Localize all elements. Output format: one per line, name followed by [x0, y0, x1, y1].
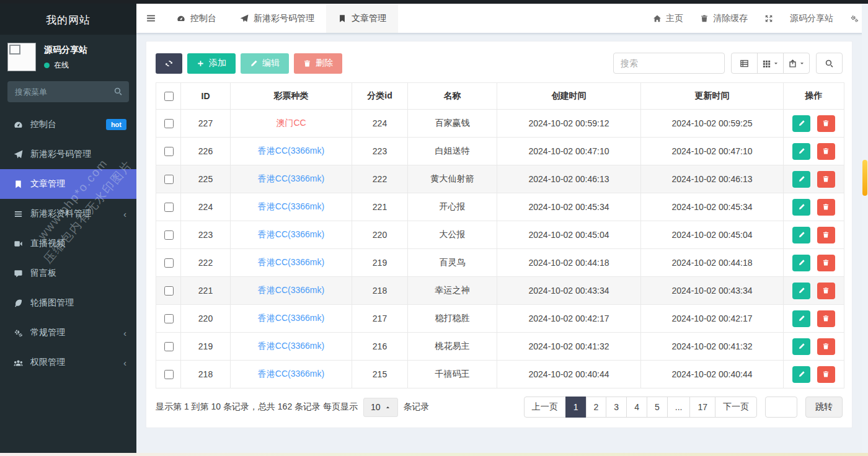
row-checkbox[interactable]: [164, 175, 174, 184]
row-edit-button[interactable]: [792, 115, 810, 132]
site-account-link[interactable]: 源码分享站: [790, 13, 833, 24]
row-edit-button[interactable]: [792, 255, 810, 271]
row-edit-button[interactable]: [792, 283, 810, 299]
row-delete-button[interactable]: [817, 115, 835, 132]
row-delete-button[interactable]: [817, 366, 835, 383]
clear-cache-link[interactable]: 清除缓存: [700, 13, 748, 24]
scrollbar-thumb[interactable]: [862, 160, 867, 196]
sidebar-search: [7, 81, 129, 102]
lottery-type-link[interactable]: 香港CC(3366mk): [258, 341, 324, 351]
columns-button[interactable]: [757, 53, 784, 74]
sidebar-item-live-video[interactable]: 直播视频: [0, 229, 136, 258]
jump-button[interactable]: 跳转: [805, 397, 843, 418]
tab-lottery-number-mgmt[interactable]: 新港彩号码管理: [228, 4, 326, 33]
row-edit-button[interactable]: [792, 227, 810, 243]
menu-search-input[interactable]: [7, 81, 129, 102]
row-checkbox[interactable]: [164, 342, 174, 351]
sidebar-item-permission-mgmt[interactable]: 权限管理 ‹: [0, 348, 136, 377]
row-delete-button[interactable]: [817, 227, 835, 243]
row-delete-button[interactable]: [817, 143, 835, 160]
edit-button[interactable]: 编辑: [241, 53, 289, 74]
page-button-2[interactable]: 2: [586, 397, 607, 418]
page-ellipsis: ...: [667, 397, 691, 418]
col-lottery-type[interactable]: 彩票种类: [231, 83, 352, 110]
delete-button[interactable]: 删除: [294, 53, 342, 74]
sidebar-item-general-mgmt[interactable]: 常规管理 ‹: [0, 318, 136, 348]
cell-name: 千禧码王: [408, 361, 497, 388]
cell-category-id: 215: [352, 361, 408, 388]
home-link[interactable]: 主页: [653, 13, 683, 24]
avatar: [7, 43, 36, 71]
col-name[interactable]: 名称: [408, 83, 497, 110]
lottery-type-link[interactable]: 香港CC(3366mk): [258, 146, 324, 156]
row-delete-button[interactable]: [817, 255, 835, 271]
row-checkbox[interactable]: [164, 147, 174, 156]
sidebar-item-label: 常规管理: [30, 327, 65, 338]
lottery-type-link[interactable]: 香港CC(3366mk): [258, 369, 324, 379]
table-search-input[interactable]: [613, 53, 725, 74]
sidebar-item-dashboard[interactable]: 控制台 hot: [0, 110, 136, 139]
refresh-button[interactable]: [156, 53, 182, 74]
page-button-17[interactable]: 17: [689, 397, 715, 418]
jump-page-input[interactable]: [765, 397, 797, 418]
row-checkbox[interactable]: [164, 119, 174, 128]
col-updated-time[interactable]: 更新时间: [641, 83, 784, 110]
settings-button[interactable]: [850, 14, 859, 23]
page-button-4[interactable]: 4: [626, 397, 647, 418]
row-checkbox[interactable]: [164, 258, 174, 268]
sidebar-item-article-mgmt[interactable]: 文章管理: [0, 169, 136, 199]
row-checkbox[interactable]: [164, 230, 174, 240]
lottery-type-link[interactable]: 香港CC(3366mk): [258, 285, 324, 295]
add-button-label: 添加: [209, 58, 226, 69]
toggle-view-button[interactable]: [731, 53, 758, 74]
row-edit-button[interactable]: [792, 171, 810, 188]
col-category-id[interactable]: 分类id: [352, 83, 408, 110]
row-delete-button[interactable]: [817, 310, 835, 327]
row-checkbox[interactable]: [164, 286, 174, 296]
row-checkbox[interactable]: [164, 370, 174, 379]
page-button-1[interactable]: 1: [565, 397, 587, 418]
pagination-info-text: 显示第 1 到第 10 条记录，总共 162 条记录 每页显示: [156, 401, 358, 413]
lottery-type-link[interactable]: 香港CC(3366mk): [258, 313, 324, 323]
advanced-search-button[interactable]: [816, 53, 843, 74]
row-edit-button[interactable]: [792, 310, 810, 327]
row-checkbox[interactable]: [164, 203, 174, 212]
row-delete-button[interactable]: [817, 199, 835, 216]
trash-icon: [700, 14, 709, 23]
lottery-type-link[interactable]: 香港CC(3366mk): [258, 201, 324, 211]
lottery-type-link[interactable]: 澳门CC: [276, 118, 306, 128]
fullscreen-button[interactable]: [764, 14, 773, 23]
page-button-3[interactable]: 3: [606, 397, 627, 418]
lottery-type-link[interactable]: 香港CC(3366mk): [258, 257, 324, 267]
sidebar-item-lottery-data-mgmt[interactable]: 新港彩资料管理 ‹: [0, 199, 136, 229]
page-size-dropdown[interactable]: 10: [363, 398, 398, 417]
row-edit-button[interactable]: [792, 143, 810, 160]
select-all-checkbox[interactable]: [164, 92, 174, 101]
add-button[interactable]: 添加: [187, 53, 236, 74]
prev-page-button[interactable]: 上一页: [524, 397, 566, 418]
row-checkbox[interactable]: [164, 314, 174, 323]
lottery-type-link[interactable]: 香港CC(3366mk): [258, 229, 324, 239]
col-created-time[interactable]: 创建时间: [497, 83, 641, 110]
top-dark-strip: [0, 0, 868, 4]
export-button[interactable]: [783, 53, 810, 74]
row-edit-button[interactable]: [792, 338, 810, 355]
table-row: 225 香港CC(3366mk) 222 黄大仙射箭 2024-10-02 00…: [156, 165, 844, 193]
row-edit-button[interactable]: [792, 199, 810, 216]
sidebar-item-lottery-number-mgmt[interactable]: 新港彩号码管理: [0, 139, 136, 169]
row-delete-button[interactable]: [817, 171, 835, 188]
next-page-button[interactable]: 下一页: [715, 397, 757, 418]
sidebar-item-message-board[interactable]: 留言板: [0, 258, 136, 288]
sidebar-item-carousel-mgmt[interactable]: 轮播图管理: [0, 288, 136, 318]
home-icon: [653, 14, 662, 23]
row-delete-button[interactable]: [817, 283, 835, 299]
tab-article-mgmt[interactable]: 文章管理: [326, 4, 398, 33]
page-button-5[interactable]: 5: [647, 397, 668, 418]
tab-dashboard[interactable]: 控制台: [165, 4, 228, 33]
plus-icon: [197, 59, 205, 68]
row-edit-button[interactable]: [792, 366, 810, 383]
sidebar-toggle-button[interactable]: [136, 4, 165, 33]
lottery-type-link[interactable]: 香港CC(3366mk): [258, 173, 324, 183]
row-delete-button[interactable]: [817, 338, 835, 355]
col-id[interactable]: ID: [181, 83, 231, 110]
